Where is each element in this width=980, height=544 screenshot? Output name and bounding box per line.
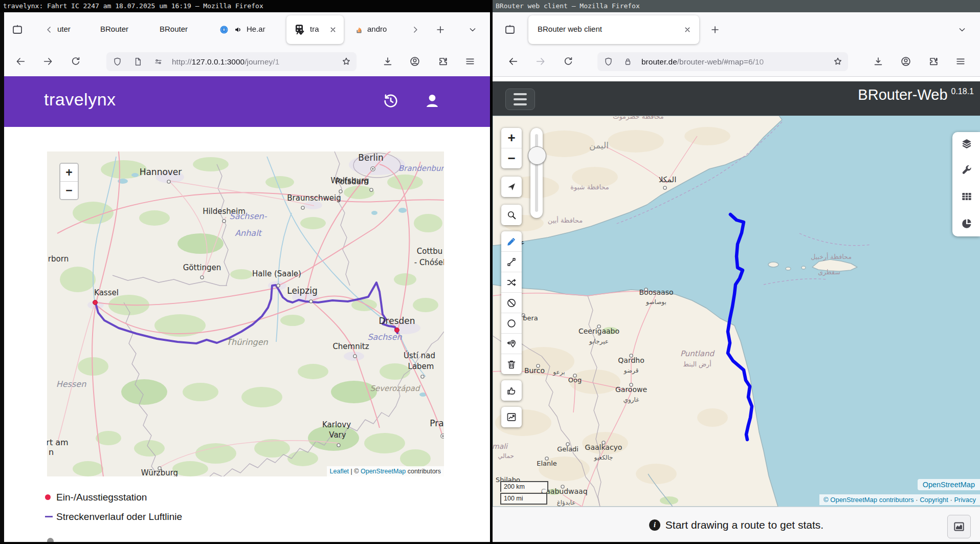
zoom-in-button[interactable]: +	[501, 128, 522, 148]
sidebar-toggle-button[interactable]	[505, 89, 535, 110]
reload-icon[interactable]	[563, 56, 574, 67]
downloads-icon[interactable]	[873, 56, 884, 67]
map-label: Pra	[430, 418, 443, 428]
map-label: سقطرى	[818, 268, 840, 276]
menu-icon[interactable]	[955, 56, 966, 67]
firefox-view-icon[interactable]	[504, 24, 516, 36]
shield-icon[interactable]	[604, 57, 613, 67]
privacy-link[interactable]: Privacy	[954, 496, 976, 504]
menu-icon[interactable]	[464, 56, 476, 67]
tab-scroll-right-icon[interactable]	[410, 25, 420, 35]
zoom-control: + −	[501, 128, 522, 168]
poi-button[interactable]	[501, 334, 522, 354]
url-bar[interactable]: http://127.0.0.1:3000/journey/1	[106, 52, 357, 71]
profile-settings-icon[interactable]	[960, 163, 973, 177]
attribution-copy: ©	[823, 496, 830, 504]
map-label: Burco	[524, 366, 545, 375]
delete-route-button[interactable]	[501, 354, 522, 374]
legend-station: Ein-/Ausstiegsstation	[45, 492, 147, 503]
thumbs-up-button[interactable]	[501, 380, 522, 401]
map-label: اليمن	[589, 140, 609, 150]
nav-bar: http://127.0.0.1:3000/journey/1	[0, 47, 490, 77]
map-label: Dresden	[378, 316, 415, 326]
copyright-link[interactable]: Copyright	[920, 496, 948, 504]
zoom-slider[interactable]	[530, 128, 543, 218]
brouter-map[interactable]: محافظة حضرموتاليمنالمكلامحافظة شبوةمحافظ…	[493, 116, 980, 507]
map-label: برعو	[552, 368, 565, 376]
data-table-icon[interactable]	[960, 190, 973, 203]
zoom-in-button[interactable]: +	[60, 164, 78, 182]
tab-audio[interactable]: He.ar	[247, 25, 276, 33]
map-label: Sachsen-	[230, 211, 268, 221]
map-label: Brandenburg	[398, 164, 444, 173]
tab-brouter-active[interactable]: BRouter web client	[528, 15, 699, 44]
reload-icon[interactable]	[70, 56, 81, 67]
tab-brouter-1[interactable]: BRouter	[100, 25, 128, 33]
downloads-icon[interactable]	[382, 56, 393, 67]
window-bottom-edge	[0, 542, 490, 544]
map-label: Leipzig	[287, 286, 318, 296]
new-tab-icon[interactable]	[435, 24, 446, 35]
journey-map[interactable]: HannoverWolfsburgBraunschweigHildesheimB…	[47, 151, 444, 476]
elevation-profile-button[interactable]	[947, 515, 971, 538]
draw-toolbar	[501, 231, 522, 374]
speaker-icon[interactable]	[233, 25, 243, 35]
layers-icon[interactable]	[960, 137, 973, 150]
url-text[interactable]: http://127.0.0.1:3000/journey/1	[172, 56, 336, 67]
map-label: أرض البنط	[683, 360, 711, 368]
pie-chart-icon[interactable]	[960, 217, 973, 230]
forward-icon[interactable]	[42, 56, 54, 67]
chart-button[interactable]	[501, 407, 522, 427]
tab-brouter-2[interactable]: BRouter	[160, 25, 188, 33]
tab-cut-left[interactable]: uter	[57, 25, 71, 33]
reverse-route-button[interactable]	[501, 272, 522, 293]
list-tabs-icon[interactable]	[467, 25, 478, 35]
layer-badge[interactable]: OpenStreetMap	[918, 479, 980, 490]
forward-icon[interactable]	[535, 56, 546, 67]
tab-scroll-left-icon[interactable]	[44, 25, 54, 35]
url-text[interactable]: brouter.de/brouter-web/#map=6/10	[641, 56, 828, 67]
stackoverflow-icon	[354, 25, 364, 35]
locate-button[interactable]	[501, 177, 522, 197]
firefox-view-icon[interactable]	[11, 24, 24, 36]
new-tab-icon[interactable]	[709, 24, 721, 35]
lock-icon	[623, 57, 633, 67]
page-info-icon[interactable]	[133, 57, 143, 67]
capital-dot	[372, 168, 373, 169]
window-brouter: BRouter web client — Mozilla Firefox BRo…	[493, 0, 980, 544]
back-icon[interactable]	[15, 56, 26, 67]
account-icon[interactable]	[900, 56, 911, 67]
leaflet-link[interactable]: Leaflet	[330, 468, 349, 475]
zoom-out-button[interactable]: −	[501, 148, 522, 168]
account-icon[interactable]	[409, 56, 420, 67]
search-button[interactable]	[501, 205, 522, 225]
bookmark-star-icon[interactable]	[341, 56, 351, 67]
extensions-icon[interactable]	[928, 56, 939, 67]
back-icon[interactable]	[507, 56, 519, 67]
zoom-out-button[interactable]: −	[60, 182, 78, 199]
tab-stackoverflow[interactable]: andro	[367, 25, 400, 33]
extensions-icon[interactable]	[437, 56, 449, 67]
map-label: غاروي	[623, 396, 639, 404]
shield-icon[interactable]	[113, 57, 122, 67]
osm-link[interactable]: OpenStreetMap	[361, 468, 406, 475]
tab-bar: uter BRouter BRouter He.ar tra andro	[0, 12, 490, 47]
osm-contributors-link[interactable]: OpenStreetMap contributors	[830, 496, 914, 504]
nogo-button[interactable]	[501, 293, 522, 313]
history-icon[interactable]	[382, 92, 400, 110]
draw-route-button[interactable]	[501, 231, 522, 252]
attribution-contributors: contributors	[406, 468, 441, 475]
nogo-circle-button[interactable]	[501, 313, 522, 334]
town-dot	[337, 444, 340, 447]
close-tab-icon[interactable]	[683, 25, 692, 34]
url-bar[interactable]: brouter.de/brouter-web/#map=6/10	[597, 52, 848, 71]
route-nodes-button[interactable]	[501, 252, 522, 272]
user-icon[interactable]	[422, 91, 442, 111]
permissions-icon[interactable]	[153, 57, 163, 67]
list-tabs-icon[interactable]	[957, 25, 967, 35]
close-tab-icon[interactable]	[328, 25, 338, 34]
zoom-slider-knob[interactable]	[528, 146, 546, 165]
bookmark-star-icon[interactable]	[833, 56, 843, 67]
tab-travelynx-active[interactable]: tra	[286, 15, 344, 44]
map-label: Braunschweig	[287, 193, 341, 203]
